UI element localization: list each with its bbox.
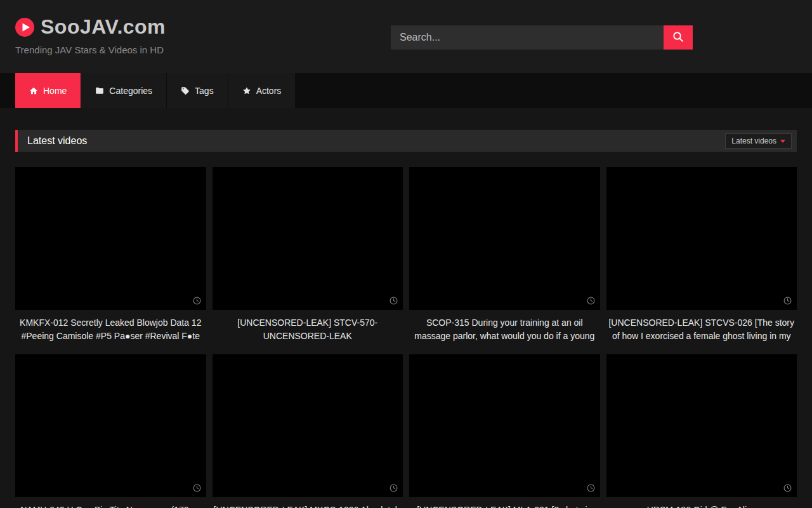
video-thumbnail[interactable] <box>409 354 600 497</box>
video-title[interactable]: KMKFX-012 Secretly Leaked Blowjob Data 1… <box>15 316 206 343</box>
section-title: Latest videos <box>18 135 87 147</box>
video-title[interactable]: SCOP-315 During your training at an oil … <box>409 316 600 343</box>
clock-icon <box>193 297 201 305</box>
clock-icon <box>390 297 398 305</box>
site-tagline: Trending JAV Stars & Videos in HD <box>15 44 166 55</box>
folder-icon <box>95 86 104 95</box>
nav-item-categories[interactable]: Categories <box>81 73 167 108</box>
video-thumbnail[interactable] <box>15 354 206 497</box>
video-title[interactable]: [UNCENSORED-LEAK] STCVS-026 [The story o… <box>606 316 797 343</box>
nav-item-actors[interactable]: Actors <box>228 73 296 108</box>
video-card[interactable]: [UNCENSORED-LEAK] STCV-570-UNCENSORED-LE… <box>213 167 403 343</box>
search-button[interactable] <box>664 25 693 50</box>
video-grid: KMKFX-012 Secretly Leaked Blowjob Data 1… <box>0 167 812 508</box>
search-input[interactable] <box>391 25 664 50</box>
video-thumbnail[interactable] <box>409 167 600 310</box>
star-icon <box>242 86 251 95</box>
nav-label-actors: Actors <box>256 86 282 96</box>
video-thumbnail[interactable] <box>15 167 206 310</box>
clock-icon <box>783 484 792 492</box>
nav-label-tags: Tags <box>195 86 214 96</box>
clock-icon <box>783 297 792 305</box>
tag-icon <box>181 86 190 95</box>
site-title[interactable]: SooJAV.com <box>41 15 166 39</box>
video-thumbnail[interactable] <box>606 167 797 310</box>
sort-dropdown[interactable]: Latest videos <box>725 133 792 149</box>
video-thumbnail[interactable] <box>213 167 403 310</box>
video-title[interactable]: [UNCENSORED-LEAK] MXGS-1306 Absolutely <box>213 504 403 508</box>
video-card[interactable]: [UNCENSORED-LEAK] MXGS-1306 Absolutely <box>213 354 403 508</box>
video-card[interactable]: SCOP-315 During your training at an oil … <box>409 167 600 343</box>
nav-label-categories: Categories <box>109 86 152 96</box>
brand[interactable]: SooJAV.com Trending JAV Stars & Videos i… <box>15 15 166 55</box>
home-icon <box>29 86 38 95</box>
caret-down-icon <box>780 140 785 143</box>
video-card[interactable]: KMKFX-012 Secretly Leaked Blowjob Data 1… <box>15 167 206 343</box>
clock-icon <box>390 484 398 492</box>
nav-item-tags[interactable]: Tags <box>167 73 228 108</box>
search-form <box>391 25 693 50</box>
video-title[interactable]: NAMH-042 H Cup Big Tits Newcomer (170cm … <box>15 504 206 508</box>
video-card[interactable]: [UNCENSORED-LEAK] MLA-231 [3 shots in <box>409 354 600 508</box>
video-title[interactable]: HRSM-186 Girl @ Era Alice <box>606 504 797 508</box>
section-header: Latest videos Latest videos <box>15 130 797 152</box>
video-thumbnail[interactable] <box>606 354 797 497</box>
video-card[interactable]: HRSM-186 Girl @ Era Alice <box>606 354 797 508</box>
sort-label: Latest videos <box>731 137 776 145</box>
clock-icon <box>587 484 595 492</box>
main-nav: Home Categories Tags Actors <box>0 73 812 108</box>
brand-top: SooJAV.com <box>15 15 166 39</box>
site-header: SooJAV.com Trending JAV Stars & Videos i… <box>0 0 812 73</box>
video-title[interactable]: [UNCENSORED-LEAK] MLA-231 [3 shots in <box>409 504 600 508</box>
video-thumbnail[interactable] <box>213 354 403 497</box>
video-title[interactable]: [UNCENSORED-LEAK] STCV-570-UNCENSORED-LE… <box>213 316 403 343</box>
nav-label-home: Home <box>43 86 67 96</box>
play-logo-icon <box>15 18 34 37</box>
search-icon <box>672 31 684 44</box>
clock-icon <box>193 484 201 492</box>
nav-item-home[interactable]: Home <box>15 73 81 108</box>
video-card[interactable]: NAMH-042 H Cup Big Tits Newcomer (170cm … <box>15 354 206 508</box>
video-card[interactable]: [UNCENSORED-LEAK] STCVS-026 [The story o… <box>606 167 797 343</box>
clock-icon <box>587 297 595 305</box>
